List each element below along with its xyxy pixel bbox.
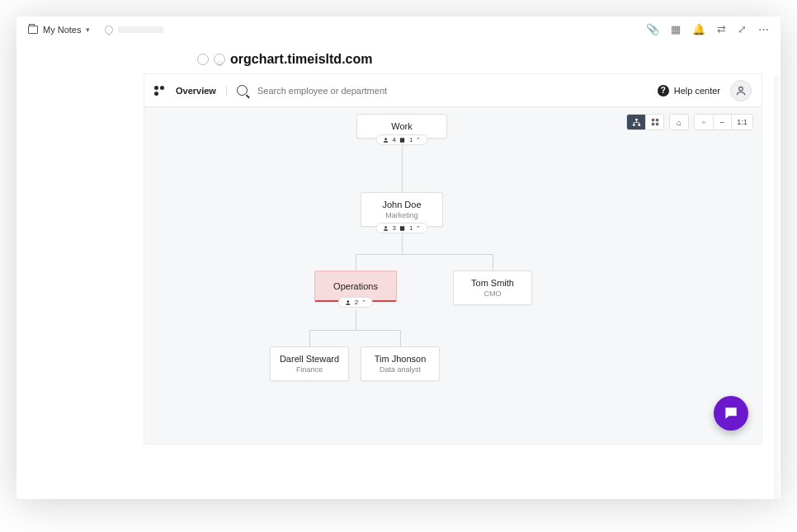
search-input[interactable] xyxy=(257,86,422,96)
app-toolbar: Overview ? Help center xyxy=(144,74,762,107)
node-badge[interactable]: 2 ⌃ xyxy=(338,297,373,308)
notes-bar: My Notes ▾ 📎 ▦ 🔔 ⇄ ⤢ ⋯ xyxy=(17,16,780,42)
svg-point-12 xyxy=(347,300,349,303)
chevron-up-icon: ⌃ xyxy=(361,299,366,306)
connector xyxy=(356,254,356,271)
connector xyxy=(356,309,356,331)
node-subtitle: CMO xyxy=(454,290,531,298)
node-subtitle: Data analyst xyxy=(361,365,439,374)
node-subtitle: Finance xyxy=(271,365,348,374)
node-name: Tim Jhonson xyxy=(361,354,439,364)
connector xyxy=(402,142,403,193)
orgchart-app: Overview ? Help center xyxy=(144,73,762,445)
org-chart-canvas[interactable]: Work 4 1 ⌃ John Doe Marketing 3 xyxy=(144,107,762,445)
svg-point-8 xyxy=(384,138,387,140)
node-name: Work xyxy=(357,121,446,131)
connector xyxy=(309,330,400,331)
help-center-link[interactable]: ? Help center xyxy=(658,85,720,97)
chat-fab[interactable] xyxy=(714,396,748,431)
node-name: Operations xyxy=(315,281,396,291)
bell-icon[interactable]: 🔔 xyxy=(692,23,705,35)
node-name: Tom Smith xyxy=(454,278,531,288)
help-icon: ? xyxy=(658,85,669,97)
status-circle-icon xyxy=(197,54,209,65)
profile-button[interactable] xyxy=(730,80,752,101)
search-icon[interactable] xyxy=(237,85,248,96)
node-badge[interactable]: 4 1 ⌃ xyxy=(376,134,428,145)
node-badge[interactable]: 3 1 ⌃ xyxy=(376,223,428,233)
attachment-icon[interactable]: 📎 xyxy=(646,23,659,35)
tag-placeholder xyxy=(118,26,163,33)
notes-folder-label[interactable]: My Notes xyxy=(43,25,81,35)
connector xyxy=(356,254,493,255)
node-tom-smith[interactable]: Tom Smith CMO xyxy=(453,271,532,305)
share-icon[interactable]: ⇄ xyxy=(717,23,726,35)
svg-point-10 xyxy=(384,226,387,228)
chevron-up-icon: ⌃ xyxy=(416,137,421,144)
svg-rect-9 xyxy=(400,138,404,142)
grid-icon[interactable]: ▦ xyxy=(671,23,681,35)
connector xyxy=(309,330,310,346)
node-darell-steward[interactable]: Darell Steward Finance xyxy=(270,346,349,381)
more-icon[interactable]: ⋯ xyxy=(758,23,769,35)
node-name: John Doe xyxy=(361,200,442,210)
node-operations[interactable]: Operations 2 ⌃ xyxy=(314,271,397,302)
app-logo-icon[interactable] xyxy=(154,86,166,96)
page-title: orgchart.timeisltd.com xyxy=(230,52,372,67)
node-subtitle: Marketing xyxy=(361,211,442,219)
scrollbar[interactable] xyxy=(774,76,779,499)
connector xyxy=(400,330,401,346)
node-work[interactable]: Work 4 1 ⌃ xyxy=(356,114,447,139)
connector xyxy=(493,254,493,271)
face-circle-icon xyxy=(214,54,225,65)
chevron-up-icon: ⌃ xyxy=(416,225,421,232)
node-name: Darell Steward xyxy=(271,354,348,364)
expand-icon[interactable]: ⤢ xyxy=(738,23,747,35)
node-tim-jhonson[interactable]: Tim Jhonson Data analyst xyxy=(361,346,440,381)
help-label: Help center xyxy=(674,86,720,96)
node-john-doe[interactable]: John Doe Marketing 3 1 ⌃ xyxy=(361,192,443,227)
svg-point-0 xyxy=(739,87,743,91)
chevron-down-icon[interactable]: ▾ xyxy=(86,26,90,34)
overview-tab[interactable]: Overview xyxy=(176,86,227,96)
folder-icon xyxy=(28,26,38,34)
tag-icon xyxy=(103,23,115,35)
svg-rect-11 xyxy=(400,226,404,230)
